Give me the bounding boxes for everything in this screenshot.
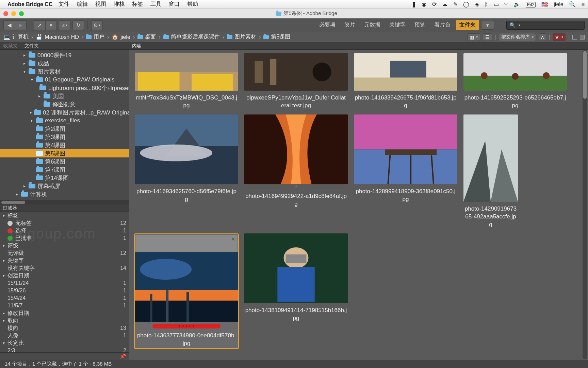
breadcrumb-item[interactable]: 💻 计算机	[3, 33, 29, 41]
thumbnail-image[interactable]	[135, 252, 238, 322]
view-grid-button[interactable]: ▦▾	[467, 33, 480, 41]
recent-dropdown[interactable]: ▾	[45, 20, 57, 30]
window-minimize-button[interactable]	[11, 11, 16, 16]
rating-bar[interactable]	[152, 324, 220, 328]
filter-row[interactable]: 已批准1	[0, 234, 129, 242]
close-icon[interactable]: ✕	[231, 236, 235, 242]
sync-icon[interactable]: ⟳	[432, 1, 437, 7]
workspace-tab[interactable]: 预览	[411, 20, 429, 30]
volume-icon[interactable]: 🔈	[513, 1, 520, 7]
user-name[interactable]: jiele	[554, 1, 563, 7]
thumbnail-image[interactable]	[463, 53, 567, 91]
thumbnail-cell[interactable]: mtNrf7oxS4uSxTzMBWfQ_DSC_0043.jpg	[134, 53, 239, 110]
tree-item[interactable]: ▸exercise_files	[0, 117, 129, 125]
filter-row[interactable]: 人像1	[0, 332, 129, 339]
tree-item[interactable]: ▸计算机	[0, 190, 129, 198]
breadcrumb-item[interactable]: 简单摄影后期课课件	[163, 33, 220, 41]
breadcrumb-item[interactable]: 桌面	[137, 33, 156, 41]
tree-item[interactable]: 第2课图	[0, 125, 129, 133]
tree-item[interactable]: 第5课图	[0, 149, 129, 157]
filter-row[interactable]: 横向13	[0, 324, 129, 332]
thumbnail-cell[interactable]: photo-1428999418909-363f8e091c50.jpg	[353, 114, 458, 229]
sort-dropdown[interactable]: 按文件名排序 ▾	[499, 33, 536, 41]
view-list-button[interactable]: ☰	[483, 33, 492, 41]
filter-row[interactable]: 15/4/241	[0, 294, 129, 302]
workspace-tab[interactable]: 关键字	[386, 20, 409, 30]
thumbnail-cell[interactable]: olpwxeeSPy1cnwYpqJ1w_Dufer Collateral te…	[244, 53, 348, 110]
options-button-2[interactable]	[580, 35, 585, 40]
filter-row[interactable]: 选择1	[0, 227, 129, 234]
tree-item[interactable]: ▸成品	[0, 59, 129, 67]
wechat-icon[interactable]: ☁	[442, 1, 447, 7]
flag-icon[interactable]: 🇺🇸	[541, 1, 548, 7]
tree-item[interactable]: ▾01 Gogoup_RAW Originals	[0, 76, 129, 84]
filter-section-header[interactable]: ▾评级	[0, 242, 129, 249]
wifi-icon[interactable]: ⌔	[504, 1, 508, 7]
refine-button[interactable]: ↻	[72, 20, 84, 30]
menu-view[interactable]: 视图	[95, 1, 106, 8]
filter-section-header[interactable]: ▾创建日期	[0, 272, 129, 279]
breadcrumb-item[interactable]: 💾 Macintosh HD	[36, 34, 79, 40]
filter-row[interactable]: 11/5/71	[0, 302, 129, 309]
reveal-button[interactable]: ↗	[34, 20, 45, 30]
thumbnail-image[interactable]	[354, 53, 457, 91]
thumbnail-image[interactable]	[354, 114, 457, 184]
nav-back-button[interactable]: ◀	[3, 20, 15, 30]
tree-item[interactable]: ▸屏幕截屏	[0, 182, 129, 190]
filter-section-header[interactable]: ▾长宽比	[0, 339, 129, 347]
tree-item[interactable]: ▸02 课程图片素材...p_RAW Originals	[0, 108, 129, 117]
thumbnail-image[interactable]	[135, 114, 238, 184]
tree-item[interactable]: 第3课图	[0, 133, 129, 141]
menu-edit[interactable]: 编辑	[77, 1, 88, 8]
menu-file[interactable]: 文件	[59, 1, 69, 8]
tree-item[interactable]: Lightroom pres...800个+lrpreset	[0, 84, 129, 92]
menu-help[interactable]: 帮助	[187, 1, 198, 8]
filter-section-header[interactable]: ▾取向	[0, 317, 129, 324]
open-app-button[interactable]: ⊙▾	[91, 20, 103, 30]
thumbnail-cell[interactable]: ✕photo-1436377734980-0ee004df570b.jpg	[134, 233, 239, 349]
filter-section-header[interactable]: ▾关键字	[0, 257, 129, 264]
tab-folders[interactable]: 文件夹	[21, 42, 42, 50]
menu-tools[interactable]: 工具	[150, 1, 161, 8]
thumbnail-image[interactable]	[244, 53, 348, 91]
filter-row[interactable]: 2:32	[0, 347, 129, 352]
filter-panel-header[interactable]: 过滤器	[0, 204, 129, 212]
bookmark-icon[interactable]: ❚	[412, 1, 416, 7]
filter-row[interactable]: 没有关键字14	[0, 264, 129, 272]
workspace-tab-active[interactable]: 文件夹	[456, 20, 479, 30]
horizontal-scrollbar[interactable]	[0, 200, 129, 204]
tab-favorites[interactable]: 收藏夹	[0, 42, 21, 50]
tree-item[interactable]: 第4课图	[0, 141, 129, 149]
pin-icon[interactable]: 📌	[120, 353, 126, 359]
workspace-tab[interactable]: 必要项	[316, 20, 339, 30]
filter-section-header[interactable]: ▾标签	[0, 212, 129, 219]
workspace-tab[interactable]: 元数据	[361, 20, 384, 30]
spotlight-icon[interactable]: 🔍	[569, 1, 576, 7]
filter-row[interactable]: 无标签12	[0, 219, 129, 227]
options-button[interactable]	[572, 35, 577, 40]
tree-item[interactable]: 第14课图	[0, 174, 129, 182]
menu-icon[interactable]: ≡	[582, 1, 585, 7]
menu-label[interactable]: 标签	[132, 1, 143, 8]
filter-rating-button[interactable]: ★▾	[553, 33, 566, 41]
tree-item[interactable]: 第7课图	[0, 166, 129, 174]
nav-forward-button[interactable]: ▶	[15, 20, 27, 30]
workspace-dropdown[interactable]: ▾	[481, 21, 494, 30]
thumbnail-cell[interactable]: photo-1438109491414-7198515b166b.jpg	[244, 233, 348, 349]
filter-row[interactable]: 无评级12	[0, 249, 129, 257]
workspace-tab[interactable]: 看片台	[431, 20, 454, 30]
window-zoom-button[interactable]	[19, 11, 24, 16]
record-icon[interactable]: ◉	[422, 1, 426, 7]
tree-item[interactable]: ▾图片素材	[0, 67, 129, 76]
thumbnail-cell[interactable]: photo-1416339426675-1f96fd81b653.jpg	[353, 53, 458, 110]
workspace-tab[interactable]: 胶片	[341, 20, 359, 30]
window-close-button[interactable]	[3, 11, 8, 16]
tree-item[interactable]: 第6课图	[0, 157, 129, 166]
tree-item[interactable]: ▸00000课件19	[0, 51, 129, 59]
bluetooth-icon[interactable]: ᛒ	[485, 1, 488, 7]
filter-section-header[interactable]: ▸修改日期	[0, 309, 129, 317]
thumbnail-image[interactable]	[135, 53, 238, 91]
breadcrumb-item[interactable]: 图片素材	[227, 33, 256, 41]
thumbnail-image[interactable]	[463, 114, 518, 202]
breadcrumb-item[interactable]: 用户	[86, 33, 104, 41]
